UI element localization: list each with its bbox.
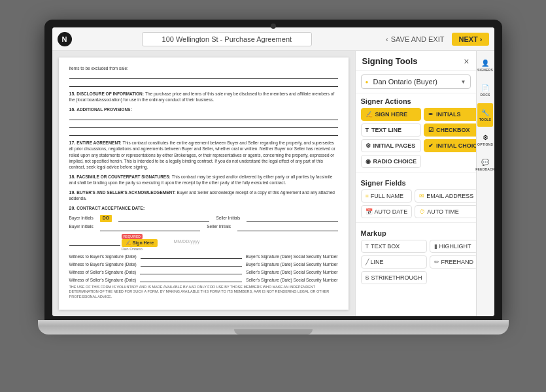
email-address-btn-label: EMAIL ADDRESS — [426, 193, 473, 199]
text-box-button[interactable]: T TEXT BOX — [361, 240, 427, 253]
auto-date-btn-label: AUTO DATE — [375, 208, 408, 215]
section-15: 15. DISCLOSURE OF INFORMATION: The purch… — [69, 91, 338, 103]
freehand-btn-label: FREEHAND — [441, 259, 474, 265]
section-16-num: 16. — [69, 107, 76, 112]
text-line-button[interactable]: T TEXT LINE — [361, 123, 422, 137]
full-name-button[interactable]: ≡ FULL NAME — [361, 189, 413, 203]
required-badge: REQUIRED — [122, 234, 143, 239]
laptop-wrapper: N ‹ SAVE AND EXIT NEXT › — [25, 20, 522, 372]
highlight-button[interactable]: ▮ HIGHLIGHT — [430, 240, 476, 253]
sidebar-options-button[interactable]: ⚙ OPTIONS — [477, 128, 493, 152]
signer-fields-label: Signer Fields — [356, 175, 476, 189]
footer-text-wrapper: THE USE OF THIS FORM IS VOLUNTARY AND IS… — [69, 285, 338, 300]
action-grid: ✍ SIGN HERE ✒ INITIALS T TEXT LINE ☑ — [356, 108, 476, 172]
strikethrough-button[interactable]: S STRIKETHROUGH — [361, 271, 427, 284]
checkbox-btn-label: CHECKBOX — [436, 127, 470, 133]
line-icon: ╱ — [366, 259, 369, 265]
pen-icon: ✍ — [126, 240, 131, 246]
witness-seller-2-line — [140, 276, 242, 282]
signer-select[interactable]: Dan Ontario (Buyer) — [361, 74, 471, 89]
panel-title: Signing Tools — [362, 56, 418, 66]
freehand-button[interactable]: ✏ FREEHAND — [430, 255, 476, 269]
line-button[interactable]: ╱ LINE — [361, 255, 427, 269]
section-19-num: 19. — [69, 190, 76, 195]
save-exit-button[interactable]: ‹ SAVE AND EXIT — [382, 34, 448, 44]
text-box-btn-label: TEXT BOX — [371, 243, 400, 250]
initial-choice-button[interactable]: ✔ INITIAL CHOICE — [424, 139, 475, 152]
markup-grid: T TEXT BOX ▮ HIGHLIGHT ╱ LINE — [356, 240, 476, 288]
seller-initials-text-2: Seller Initials — [207, 223, 231, 229]
strikethrough-icon: S — [366, 274, 369, 281]
section-16-line-1 — [69, 114, 338, 120]
markup-section: Markup T TEXT BOX ▮ HIGHLIGHT ╱ — [356, 222, 476, 288]
chevron-right-icon: › — [480, 35, 483, 43]
sidebar-signers-button[interactable]: 👤 SIGNERS — [477, 54, 493, 77]
initial-pages-button[interactable]: ⚙ INITIAL PAGES — [361, 139, 422, 152]
freehand-icon: ✏ — [434, 259, 439, 265]
sidebar-feedback-button[interactable]: 💬 FEEDBACK — [477, 153, 493, 176]
witness-seller-2: Witness of Seller's Signature (Date) — [69, 278, 137, 282]
strikethrough-btn-label: STRIKETHROUGH — [371, 274, 422, 281]
witness-buyer-2-line — [141, 260, 242, 267]
field-grid: ≡ FULL NAME ✉ EMAIL ADDRESS 📅 AUTO DATE — [356, 189, 476, 222]
checkbox-button[interactable]: ☑ CHECKBOX — [424, 123, 475, 137]
signer-actions-label: Signer Actions — [356, 93, 476, 108]
buyer-sig-label-2: Buyer's Signature (Date) Social Security… — [246, 262, 338, 267]
section-20-title: CONTRACT ACCEPTANCE DATE: — [77, 206, 145, 210]
auto-time-button[interactable]: ⏱ AUTO TIME — [415, 205, 475, 218]
section-17: 17. ENTIRE AGREEMENT: This contract cons… — [69, 140, 338, 169]
radio-choice-btn-label: RADIO CHOICE — [373, 158, 417, 165]
options-icon: ⚙ — [483, 134, 488, 141]
seller-initials-line-2 — [237, 225, 337, 231]
sign-here-tag[interactable]: ✍ Sign Here — [122, 239, 158, 247]
sign-here-btn-label: SIGN HERE — [375, 111, 408, 118]
sign-here-icon: ✍ — [366, 111, 373, 118]
docs-icon: 📄 — [481, 84, 489, 91]
auto-date-button[interactable]: 📅 AUTO DATE — [361, 205, 413, 218]
section-20: 20. CONTRACT ACCEPTANCE DATE: — [69, 205, 338, 211]
laptop-screen-bezel: N ‹ SAVE AND EXIT NEXT › — [44, 20, 502, 320]
chevron-left-icon: ‹ — [386, 35, 388, 43]
markup-label: Markup — [356, 225, 476, 240]
right-sidebar: 👤 SIGNERS 📄 DOCS 🔧 TOOLS ⚙ OPTIONS — [476, 51, 494, 316]
sidebar-tools-button[interactable]: 🔧 TOOLS — [477, 103, 493, 127]
signers-icon: 👤 — [481, 59, 489, 67]
logo-icon: N — [58, 32, 72, 46]
section-17-title: ENTIRE AGREEMENT: — [77, 140, 121, 145]
auto-date-icon: 📅 — [366, 208, 373, 215]
section-18: 18. FACSIMILE OR COUNTERPART SIGNATURES:… — [69, 174, 338, 186]
sidebar-docs-button[interactable]: 📄 DOCS — [477, 78, 493, 102]
items-excluded-label: Items to be excluded from sale: — [69, 66, 128, 71]
doc-area: Items to be excluded from sale: 15. DISC… — [52, 51, 355, 316]
email-address-button[interactable]: ✉ EMAIL ADDRESS — [415, 189, 475, 203]
witness-row-4: Witness of Seller's Signature (Date) Sel… — [69, 276, 338, 282]
section-18-title: FACSIMILE OR COUNTERPART SIGNATURES: — [77, 174, 170, 179]
initials-icon: ✒ — [428, 111, 434, 118]
tools-label: TOOLS — [479, 118, 491, 122]
full-name-btn-label: FULL NAME — [371, 193, 403, 199]
initials-button[interactable]: ✒ INITIALS — [424, 108, 475, 121]
doc-page: Items to be excluded from sale: 15. DISC… — [59, 57, 349, 310]
screen-inner: N ‹ SAVE AND EXIT NEXT › — [52, 27, 494, 316]
signers-label: SIGNERS — [477, 68, 493, 72]
main-content: Items to be excluded from sale: 15. DISC… — [52, 51, 494, 316]
sign-here-button[interactable]: ✍ SIGN HERE — [361, 108, 422, 121]
top-bar-right: ‹ SAVE AND EXIT NEXT › — [382, 33, 488, 46]
close-button[interactable]: × — [464, 57, 469, 66]
radio-choice-button[interactable]: ◉ RADIO CHOICE — [361, 155, 422, 168]
section-20-num: 20. — [69, 206, 76, 210]
items-excluded-line-1 — [69, 73, 338, 79]
next-button[interactable]: NEXT › — [452, 33, 488, 46]
initials-btn-label: INITIALS — [436, 111, 461, 118]
sign-here-label: Sign Here — [133, 240, 154, 245]
witness-row-1: Witness to Buyer's Signature (Date) Buye… — [69, 252, 338, 259]
doc-title-input[interactable] — [142, 32, 312, 46]
buyer-initials-line-2 — [100, 225, 200, 231]
witness-row-3: Witness of Seller's Signature (Date) Sel… — [69, 268, 338, 274]
initial-pages-icon: ⚙ — [366, 142, 371, 149]
section-16-line-2 — [69, 122, 338, 128]
text-box-icon: T — [366, 243, 369, 250]
options-label: OPTIONS — [477, 142, 493, 146]
checkbox-icon: ☑ — [428, 127, 434, 133]
section-16-line-3 — [69, 129, 338, 136]
